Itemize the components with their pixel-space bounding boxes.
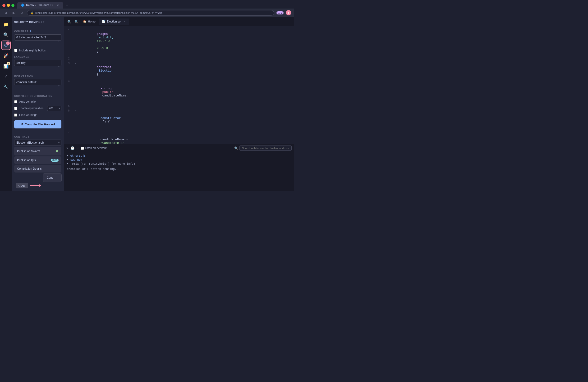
language-wrapper: Solidity Yul [14, 60, 62, 73]
context-menu-copy[interactable]: Copy [43, 175, 62, 181]
reload-btn[interactable]: ↺ [19, 10, 25, 16]
language-select[interactable]: Solidity Yul [14, 60, 62, 66]
language-section-label: LANGUAGE [14, 56, 62, 58]
copy-icon: ⧉ [19, 184, 21, 187]
tab-favicon: 🔷 [21, 3, 25, 7]
browser-chrome: 🔷 Remix - Ethereum IDE ✕ + ◀ ▶ ↺ 🔒 remix… [0, 0, 294, 17]
tab-close-btn[interactable]: ✕ [56, 3, 60, 7]
swarm-icon: ❋ [56, 149, 59, 153]
back-btn[interactable]: ◀ [3, 10, 9, 16]
terminal-time-icon: 🕐 [70, 146, 74, 150]
shield-badge: 🛡 2 [276, 11, 284, 15]
url-text: remix.ethereum.org/#optimize=false&runs=… [35, 11, 162, 14]
home-icon: 🏠 [83, 20, 86, 23]
contract-select[interactable]: Election (Election.sol) [14, 140, 62, 146]
optimization-runs-input[interactable] [47, 106, 62, 111]
publish-ipfs-btn[interactable]: Publish on Ipfs IPFS [14, 156, 62, 164]
listen-network-checkbox[interactable] [81, 147, 84, 150]
config-section-label: COMPILER CONFIGURATION [14, 95, 62, 97]
context-menu: Copy [43, 173, 62, 182]
file-tab[interactable]: 📄 Election.sol ✕ [99, 19, 129, 25]
browser-tab[interactable]: 🔷 Remix - Ethereum IDE ✕ [17, 2, 63, 9]
app-layout: 📁 🔍 ⚙ 1 🚀 📊 2 ✓ 🔧 SOLIDITY COMPILER ☰ [0, 17, 294, 191]
hide-warnings-checkbox[interactable] [14, 114, 17, 117]
compilation-details-btn[interactable]: Compilation Details [14, 165, 62, 173]
terminal-content: • ethers.js • swarmgw • remix (run remix… [64, 152, 294, 191]
deploy-icon: 🚀 [3, 53, 9, 58]
line-num-1: 1 [64, 29, 74, 32]
debug-badge: 2 [7, 62, 10, 65]
activity-item-deploy[interactable]: 🚀 [1, 51, 11, 60]
activity-item-files[interactable]: 📁 [1, 20, 11, 29]
enable-optimization-checkbox[interactable] [14, 107, 17, 110]
include-nightly-checkbox[interactable] [14, 49, 17, 52]
activity-item-compiler[interactable]: ⚙ 1 [1, 40, 11, 50]
plugin-icon: 🔧 [3, 84, 9, 90]
arrow-indicator [30, 185, 40, 186]
sidebar: SOLIDITY COMPILER ☰ COMPILER ℹ 0.8.4+com… [12, 17, 64, 191]
contract-wrapper: Election (Election.sol) [14, 140, 62, 146]
abi-btn[interactable]: ⧉ ABI [16, 183, 28, 188]
auto-compile-checkbox[interactable] [14, 100, 17, 103]
forward-btn[interactable]: ▶ [11, 10, 17, 16]
compile-btn[interactable]: ↺ Compile Election.sol [14, 120, 62, 128]
optimization-runs-wrapper [47, 106, 62, 111]
activity-item-test[interactable]: ✓ [1, 72, 11, 81]
files-icon: 📁 [3, 22, 9, 27]
evm-version-label: EVM VERSION [14, 75, 62, 78]
evm-version-wrapper: compiler default [14, 79, 62, 92]
terminal-status: creation of Election pending... [67, 167, 291, 171]
listen-network-row: listen on network [81, 146, 107, 150]
compiler-section-label: COMPILER ℹ [14, 30, 62, 33]
home-tab[interactable]: 🏠 Home [80, 19, 98, 25]
compiler-version-wrapper: 0.8.4+commit.c7e474f2 [14, 34, 62, 48]
activity-bar: 📁 🔍 ⚙ 1 🚀 📊 2 ✓ 🔧 [0, 17, 12, 191]
close-window-btn[interactable] [2, 4, 5, 7]
activity-item-debug[interactable]: 📊 2 [1, 61, 11, 71]
terminal-search-input[interactable] [239, 145, 292, 151]
contract-section: CONTRACT Election (Election.sol) Publish… [14, 133, 62, 188]
activity-item-search[interactable]: 🔍 [1, 30, 11, 40]
code-line-4: 4 string public candidateName; [64, 80, 294, 104]
optimization-row: Enable optimization [14, 106, 62, 111]
test-icon: ✓ [4, 74, 8, 79]
terminal-collapse-btn[interactable]: ▾ [66, 146, 68, 150]
warn-icon: ! [286, 10, 291, 15]
terminal: ▾ 🕐 0 listen on network 🔍 • ethers.js • … [64, 144, 294, 191]
evm-version-select[interactable]: compiler default [14, 79, 62, 85]
include-nightly-row: Include nightly builds [14, 49, 62, 52]
search-editor-btn[interactable]: 🔍 [73, 19, 80, 25]
sidebar-menu-icon[interactable]: ☰ [58, 20, 62, 24]
editor-area: 🔍 🔍 🏠 Home 📄 Election.sol ✕ 1 pragma sol… [64, 17, 294, 191]
code-line-2: 2 [64, 57, 294, 62]
contract-section-label: CONTRACT [14, 136, 62, 138]
zoom-out-btn[interactable]: 🔍 [66, 19, 73, 25]
lock-icon: 🔒 [31, 11, 34, 15]
maximize-window-btn[interactable] [11, 4, 15, 7]
file-icon: 📄 [102, 20, 105, 23]
code-line-7: 7 candidateName = "Candidate 1" ; [64, 131, 294, 144]
file-tab-close[interactable]: ✕ [123, 20, 126, 23]
traffic-lights [2, 4, 15, 7]
compiler-badge: 1 [6, 41, 10, 45]
auto-compile-row: Auto compile [14, 100, 62, 103]
tab-bar: 🔷 Remix - Ethereum IDE ✕ + [0, 0, 294, 9]
editor-tabs: 🔍 🔍 🏠 Home 📄 Election.sol ✕ [64, 17, 294, 26]
publish-swarm-btn[interactable]: Publish on Swarm ❋ [14, 147, 62, 156]
activity-item-plugin[interactable]: 🔧 [1, 82, 11, 92]
minimize-window-btn[interactable] [7, 4, 10, 7]
compile-icon: ↺ [21, 122, 23, 126]
address-input[interactable]: 🔒 remix.ethereum.org/#optimize=false&run… [27, 10, 274, 16]
compiler-info-icon: ℹ [30, 30, 32, 33]
terminal-help-text: • remix (run remix.help() for more info) [67, 162, 291, 166]
code-editor: 1 pragma solidity >=0.7.0 <0.9.0 ; 2 3 [64, 26, 294, 144]
hide-warnings-row: Hide warnings [14, 113, 62, 117]
terminal-link-ethers: • ethers.js [67, 154, 291, 158]
new-tab-btn[interactable]: + [63, 2, 70, 9]
address-bar: ◀ ▶ ↺ 🔒 remix.ethereum.org/#optimize=fal… [0, 9, 294, 17]
compiler-version-select[interactable]: 0.8.4+commit.c7e474f2 [14, 34, 62, 40]
code-line-1: 1 pragma solidity >=0.7.0 <0.9.0 ; [64, 29, 294, 57]
terminal-bar: ▾ 🕐 0 listen on network 🔍 [64, 144, 294, 152]
sidebar-title: SOLIDITY COMPILER ☰ [14, 20, 62, 24]
code-line-3: 3 ▸ contract Election { [64, 62, 294, 80]
